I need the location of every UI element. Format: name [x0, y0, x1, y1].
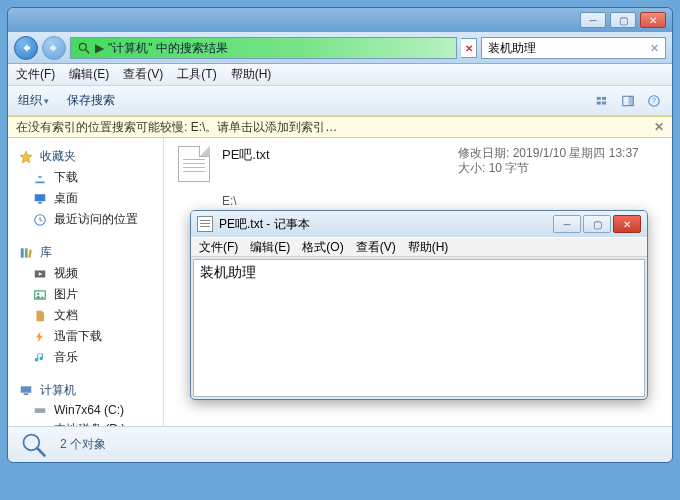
notepad-menu-help[interactable]: 帮助(H)	[408, 239, 449, 256]
maximize-button[interactable]: ▢	[610, 12, 636, 28]
svg-rect-15	[28, 249, 31, 257]
notepad-title-text: PE吧.txt - 记事本	[219, 216, 547, 233]
svg-rect-2	[597, 96, 601, 99]
svg-line-28	[38, 448, 45, 455]
svg-point-0	[79, 43, 86, 50]
sidebar-item-pictures[interactable]: 图片	[8, 284, 163, 305]
svg-text:?: ?	[652, 97, 656, 104]
svg-rect-11	[38, 201, 42, 203]
sidebar-item-recent[interactable]: 最近访问的位置	[8, 209, 163, 230]
sidebar-item-downloads[interactable]: 下载	[8, 167, 163, 188]
sidebar-computer-header[interactable]: 计算机	[8, 380, 163, 401]
desktop-icon	[32, 192, 48, 206]
notepad-menu-edit[interactable]: 编辑(E)	[250, 239, 290, 256]
status-bar: 2 个对象	[8, 426, 672, 462]
forward-button[interactable]	[42, 36, 66, 60]
result-meta: 修改日期: 2019/1/10 星期四 13:37 大小: 10 字节	[458, 146, 658, 176]
search-clear-icon[interactable]: ✕	[650, 42, 659, 55]
sidebar-item-drive-d[interactable]: 本地磁盘 (D:)	[8, 419, 163, 426]
breadcrumb-sep: ▶	[95, 41, 104, 55]
back-button[interactable]	[14, 36, 38, 60]
magnifier-icon	[20, 431, 48, 459]
text-file-icon	[178, 146, 210, 182]
video-icon	[32, 267, 48, 281]
index-warning-text: 在没有索引的位置搜索可能较慢: E:\。请单击以添加到索引…	[16, 119, 337, 136]
arrow-left-icon	[20, 42, 32, 54]
organize-button[interactable]: 组织▾	[18, 92, 49, 109]
sidebar-item-drive-c[interactable]: Win7x64 (C:)	[8, 401, 163, 419]
menu-tools[interactable]: 工具(T)	[177, 66, 216, 83]
menu-edit[interactable]: 编辑(E)	[69, 66, 109, 83]
svg-line-1	[86, 50, 90, 54]
sidebar-item-desktop[interactable]: 桌面	[8, 188, 163, 209]
status-count: 2 个对象	[60, 436, 106, 453]
notepad-titlebar[interactable]: PE吧.txt - 记事本 ─ ▢ ✕	[191, 211, 647, 237]
menu-view[interactable]: 查看(V)	[123, 66, 163, 83]
arrow-right-icon	[48, 42, 60, 54]
sidebar-item-music[interactable]: 音乐	[8, 347, 163, 368]
result-filename: PE吧.txt	[222, 146, 446, 164]
svg-rect-5	[602, 101, 606, 104]
breadcrumb-text: "计算机" 中的搜索结果	[108, 40, 228, 57]
help-icon[interactable]: ?	[646, 94, 662, 108]
computer-icon	[18, 384, 34, 398]
svg-rect-13	[21, 248, 24, 257]
index-warning-close-icon[interactable]: ✕	[654, 120, 664, 134]
notepad-menu-file[interactable]: 文件(F)	[199, 239, 238, 256]
notepad-menu-bar: 文件(F) 编辑(E) 格式(O) 查看(V) 帮助(H)	[191, 237, 647, 257]
notepad-menu-format[interactable]: 格式(O)	[302, 239, 343, 256]
download-icon	[32, 171, 48, 185]
svg-rect-14	[25, 248, 28, 257]
menu-help[interactable]: 帮助(H)	[231, 66, 272, 83]
command-toolbar: 组织▾ 保存搜索 ?	[8, 86, 672, 116]
picture-icon	[32, 288, 48, 302]
svg-point-18	[37, 292, 39, 294]
save-search-button[interactable]: 保存搜索	[67, 92, 115, 109]
search-input[interactable]: 装机助理 ✕	[481, 37, 666, 59]
address-bar[interactable]: ▶ "计算机" 中的搜索结果	[70, 37, 457, 59]
close-button[interactable]: ✕	[640, 12, 666, 28]
sidebar-favorites-header[interactable]: 收藏夹	[8, 146, 163, 167]
index-warning-bar[interactable]: 在没有索引的位置搜索可能较慢: E:\。请单击以添加到索引… ✕	[8, 116, 672, 138]
svg-rect-4	[597, 101, 601, 104]
search-icon	[77, 41, 91, 55]
svg-rect-19	[21, 386, 32, 392]
notepad-app-icon	[197, 216, 213, 232]
address-clear-button[interactable]: ✕	[461, 38, 477, 58]
svg-point-22	[43, 410, 44, 411]
sidebar-item-thunder[interactable]: 迅雷下载	[8, 326, 163, 347]
music-icon	[32, 351, 48, 365]
minimize-button[interactable]: ─	[580, 12, 606, 28]
sidebar-item-video[interactable]: 视频	[8, 263, 163, 284]
svg-rect-10	[35, 194, 46, 201]
svg-rect-3	[602, 96, 606, 99]
window-titlebar: ─ ▢ ✕	[8, 8, 672, 32]
sidebar-item-documents[interactable]: 文档	[8, 305, 163, 326]
recent-icon	[32, 213, 48, 227]
notepad-close-button[interactable]: ✕	[613, 215, 641, 233]
nav-sidebar: 收藏夹 下载 桌面 最近访问的位置 库	[8, 138, 164, 426]
notepad-window: PE吧.txt - 记事本 ─ ▢ ✕ 文件(F) 编辑(E) 格式(O) 查看…	[190, 210, 648, 400]
result-location: E:\	[178, 194, 658, 208]
notepad-minimize-button[interactable]: ─	[553, 215, 581, 233]
document-icon	[32, 309, 48, 323]
preview-pane-icon[interactable]	[620, 94, 636, 108]
drive-icon	[32, 403, 48, 417]
svg-rect-7	[629, 96, 634, 105]
notepad-maximize-button[interactable]: ▢	[583, 215, 611, 233]
sidebar-libraries-header[interactable]: 库	[8, 242, 163, 263]
notepad-menu-view[interactable]: 查看(V)	[356, 239, 396, 256]
search-result-item[interactable]: PE吧.txt 修改日期: 2019/1/10 星期四 13:37 大小: 10…	[178, 146, 658, 182]
menu-file[interactable]: 文件(F)	[16, 66, 55, 83]
search-query-text: 装机助理	[488, 40, 536, 57]
thunder-icon	[32, 330, 48, 344]
menu-bar: 文件(F) 编辑(E) 查看(V) 工具(T) 帮助(H)	[8, 64, 672, 86]
star-icon	[18, 150, 34, 164]
nav-toolbar: ▶ "计算机" 中的搜索结果 ✕ 装机助理 ✕	[8, 32, 672, 64]
notepad-text-area[interactable]: 装机助理	[193, 259, 645, 397]
view-options-icon[interactable]	[594, 94, 610, 108]
svg-rect-20	[24, 393, 29, 395]
libraries-icon	[18, 246, 34, 260]
